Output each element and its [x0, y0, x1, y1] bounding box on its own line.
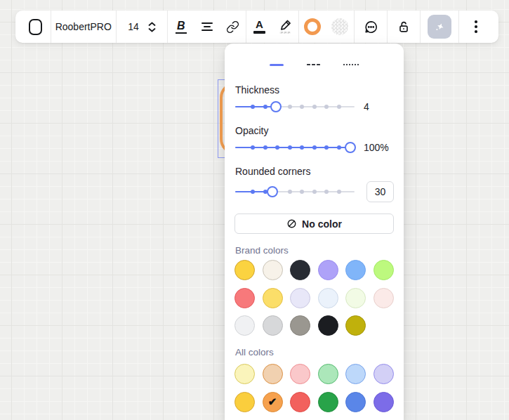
bold-button[interactable]: B [168, 11, 194, 43]
line-style-dotted[interactable] [343, 56, 359, 73]
unlock-icon [397, 20, 411, 34]
opacity-value: 100% [364, 142, 389, 153]
line-style-dashed[interactable] [307, 56, 320, 73]
color-swatch[interactable] [263, 315, 283, 336]
color-swatch[interactable] [263, 288, 283, 308]
color-swatch[interactable] [318, 392, 338, 412]
sparkle-icon [428, 15, 451, 39]
font-family-selector[interactable]: RoobertPRO [51, 11, 116, 43]
text-align-button[interactable] [194, 11, 220, 43]
color-swatch[interactable] [234, 260, 255, 280]
swatch-row: ✔ [234, 392, 394, 412]
swatch-row [234, 315, 394, 336]
font-size-stepper [148, 22, 156, 32]
fill-color-transparent-icon [331, 18, 348, 35]
kebab-menu-icon [475, 20, 477, 33]
font-name-label: RoobertPRO [55, 21, 112, 32]
opacity-label: Opacity [235, 125, 404, 136]
align-center-icon [201, 22, 213, 31]
color-swatch[interactable] [345, 364, 366, 384]
formatting-toolbar: RoobertPRO 14 B A [15, 11, 498, 43]
opacity-slider[interactable] [235, 140, 355, 155]
color-swatch[interactable] [290, 288, 310, 308]
all-colors-grid: ✔ [234, 364, 394, 412]
color-swatch[interactable] [290, 260, 310, 280]
color-swatch[interactable] [345, 260, 366, 280]
no-color-icon [286, 218, 297, 229]
rounded-corners-input[interactable] [366, 181, 394, 202]
comment-button[interactable] [355, 11, 388, 43]
highlight-color-button[interactable] [272, 11, 298, 43]
stroke-settings-panel: Thickness 4 Opacity 100% Rounded corners… [225, 44, 404, 420]
bold-icon: B [176, 20, 187, 34]
font-size-control: 14 [117, 11, 168, 43]
color-swatch[interactable] [234, 364, 255, 384]
color-swatch[interactable] [263, 364, 283, 384]
text-color-icon: A [253, 20, 265, 34]
color-swatch[interactable] [345, 392, 366, 412]
color-swatch[interactable] [345, 288, 366, 308]
thickness-value: 4 [364, 101, 369, 112]
color-swatch[interactable] [318, 364, 338, 384]
color-swatch[interactable] [374, 364, 394, 384]
brand-colors-label: Brand colors [235, 245, 404, 256]
lock-button[interactable] [388, 11, 420, 43]
color-swatch[interactable] [318, 260, 338, 280]
color-swatch[interactable] [290, 315, 310, 336]
font-size-decrease-icon[interactable] [148, 27, 156, 32]
swatch-row [234, 288, 394, 308]
dashed-line-icon [307, 64, 320, 66]
rounded-corners-slider[interactable] [235, 185, 355, 199]
comment-icon [364, 20, 378, 34]
all-colors-label: All colors [235, 347, 404, 357]
font-size-increase-icon[interactable] [148, 22, 156, 27]
color-swatch-selected[interactable]: ✔ [263, 392, 283, 412]
stroke-color-button[interactable] [299, 11, 326, 43]
swatch-row [234, 364, 394, 384]
whiteboard-canvas[interactable]: RoobertPRO 14 B A [0, 0, 509, 420]
color-swatch[interactable] [290, 392, 310, 412]
color-swatch[interactable] [345, 315, 366, 336]
shape-button[interactable] [21, 11, 51, 43]
line-style-solid-selected[interactable] [270, 56, 284, 73]
no-color-button[interactable]: No color [234, 214, 394, 234]
color-swatch[interactable] [374, 392, 394, 412]
no-color-label: No color [302, 218, 342, 230]
swatch-row [234, 260, 394, 280]
check-icon: ✔ [263, 393, 282, 412]
highlighter-icon [279, 20, 291, 34]
color-swatch[interactable] [234, 288, 255, 308]
dotted-line-icon [343, 64, 359, 66]
more-options-button[interactable] [459, 11, 493, 43]
color-swatch[interactable] [374, 260, 394, 280]
color-swatch[interactable] [318, 315, 338, 336]
thickness-label: Thickness [235, 84, 404, 96]
ai-magic-button-disabled [421, 11, 458, 43]
stroke-color-indicator-icon [304, 18, 321, 35]
rounded-square-icon [29, 19, 42, 35]
link-icon [226, 20, 239, 34]
color-swatch[interactable] [318, 288, 338, 308]
rounded-corners-label: Rounded corners [235, 166, 404, 177]
solid-line-icon [270, 64, 284, 66]
fill-color-button[interactable] [326, 11, 354, 43]
thickness-slider[interactable] [235, 100, 355, 114]
color-swatch[interactable] [234, 392, 255, 412]
link-button[interactable] [220, 11, 246, 43]
line-style-selector [225, 56, 404, 73]
font-size-value[interactable]: 14 [128, 21, 139, 32]
color-swatch[interactable] [263, 260, 283, 280]
brand-colors-grid [234, 260, 394, 336]
color-swatch[interactable] [234, 315, 255, 336]
text-color-button[interactable]: A [246, 11, 272, 43]
color-swatch[interactable] [290, 364, 310, 384]
color-swatch[interactable] [374, 288, 394, 308]
